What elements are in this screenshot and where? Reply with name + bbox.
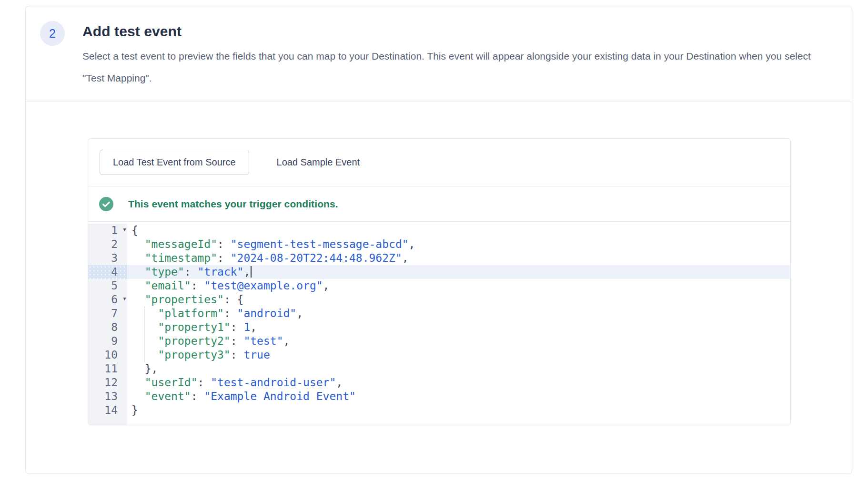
fold-toggle-icon[interactable]: ▾ — [122, 292, 127, 306]
code-line[interactable]: }, — [127, 362, 790, 376]
code-line[interactable]: "timestamp": "2024-08-20T22:44:48.962Z", — [127, 251, 790, 265]
editor-line[interactable]: 3 "timestamp": "2024-08-20T22:44:48.962Z… — [88, 251, 790, 265]
line-number: 1▾ — [88, 224, 127, 237]
editor-line[interactable]: 7 "platform": "android", — [88, 307, 790, 320]
line-number: 5 — [88, 279, 127, 293]
step-header: 2 Add test event Select a test event to … — [26, 6, 852, 102]
load-sample-event-button[interactable]: Load Sample Event — [263, 150, 373, 175]
line-number: 10 — [88, 348, 127, 362]
code-line[interactable]: "property1": 1, — [127, 320, 790, 334]
editor-line[interactable]: 14} — [88, 403, 790, 417]
line-number: 11 — [88, 362, 127, 376]
check-circle-icon — [99, 197, 113, 211]
editor-line[interactable]: 12 "userId": "test-android-user", — [88, 376, 790, 390]
step-title: Add test event — [82, 22, 833, 41]
test-event-panel: Load Test Event from Source Load Sample … — [88, 138, 791, 425]
code-line[interactable]: "messageId": "segment-test-message-abcd"… — [127, 237, 790, 251]
line-number: 8 — [88, 320, 127, 334]
line-number: 4 — [88, 265, 127, 279]
trigger-match-message: This event matches your trigger conditio… — [128, 198, 338, 210]
editor-line[interactable]: 2 "messageId": "segment-test-message-abc… — [88, 237, 790, 251]
code-line[interactable]: "platform": "android", — [127, 307, 790, 320]
editor-line[interactable]: 6▾ "properties": { — [88, 293, 790, 307]
line-number: 14 — [88, 403, 127, 417]
fold-toggle-icon[interactable]: ▾ — [122, 223, 127, 237]
line-number: 13 — [88, 390, 127, 403]
line-number: 12 — [88, 376, 127, 390]
editor-line[interactable]: 8 "property1": 1, — [88, 320, 790, 334]
code-line[interactable]: "property2": "test", — [127, 334, 790, 348]
line-number: 7 — [88, 307, 127, 320]
add-test-event-card: 2 Add test event Select a test event to … — [25, 6, 852, 474]
editor-line[interactable]: 10 "property3": true — [88, 348, 790, 362]
editor-line[interactable]: 1▾{ — [88, 224, 790, 237]
step-number-badge: 2 — [40, 21, 65, 46]
code-line[interactable]: "property3": true — [127, 348, 790, 362]
line-number: 3 — [88, 251, 127, 265]
json-event-editor[interactable]: 1▾{2 "messageId": "segment-test-message-… — [88, 221, 790, 425]
step-description: Select a test event to preview the field… — [82, 45, 833, 89]
text-cursor — [251, 266, 252, 278]
editor-line[interactable]: 9 "property2": "test", — [88, 334, 790, 348]
line-number: 6▾ — [88, 293, 127, 307]
code-line[interactable]: "type": "track", — [127, 265, 790, 279]
line-number: 9 — [88, 334, 127, 348]
trigger-match-banner: This event matches your trigger conditio… — [88, 186, 790, 221]
code-line[interactable]: { — [127, 224, 790, 237]
editor-gutter-filler — [88, 417, 790, 425]
code-line[interactable]: "properties": { — [127, 293, 790, 307]
editor-line[interactable]: 11 }, — [88, 362, 790, 376]
code-line[interactable]: "event": "Example Android Event" — [127, 390, 790, 403]
editor-line[interactable]: 4 "type": "track", — [88, 265, 790, 279]
load-test-event-button[interactable]: Load Test Event from Source — [100, 150, 249, 175]
editor-line[interactable]: 13 "event": "Example Android Event" — [88, 390, 790, 403]
line-number: 2 — [88, 237, 127, 251]
code-line[interactable]: "userId": "test-android-user", — [127, 376, 790, 390]
code-line[interactable]: } — [127, 403, 790, 417]
event-source-toolbar: Load Test Event from Source Load Sample … — [88, 139, 790, 186]
code-line[interactable]: "email": "test@example.org", — [127, 279, 790, 293]
editor-line[interactable]: 5 "email": "test@example.org", — [88, 279, 790, 293]
